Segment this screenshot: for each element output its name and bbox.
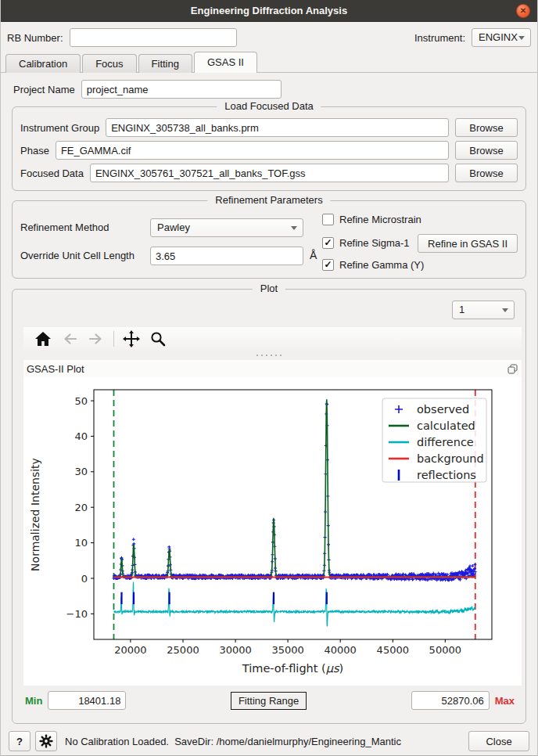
top-row: RB Number: Instrument: ENGINX	[7, 27, 531, 48]
home-icon	[35, 332, 51, 346]
focused-data-input[interactable]	[90, 164, 449, 182]
min-label: Min	[25, 695, 42, 707]
svg-text:45000: 45000	[377, 644, 409, 656]
rb-number-label: RB Number:	[7, 32, 63, 44]
refine-microstrain-checkbox[interactable]: Refine Microstrain	[322, 214, 421, 225]
status-text: No Calibration Loaded. SaveDir: /home/da…	[65, 736, 401, 747]
gsas-ii-tab-pane: Project Name Load Focused Data Instrumen…	[1, 72, 537, 728]
tab-fitting[interactable]: Fitting	[138, 54, 192, 73]
instrument-group-input[interactable]	[106, 118, 449, 137]
project-name-input[interactable]	[81, 80, 282, 99]
plot-group-title: Plot	[253, 283, 285, 294]
svg-text:Time-of-flight (μs): Time-of-flight (μs)	[242, 662, 343, 675]
focused-data-row: Focused Data Browse	[20, 164, 518, 182]
phase-input[interactable]	[56, 141, 449, 160]
load-focused-data-group: Load Focused Data Instrument Group Brows…	[12, 106, 526, 191]
rb-number-input[interactable]	[70, 28, 237, 47]
svg-text:35000: 35000	[271, 644, 303, 656]
load-focused-data-title: Load Focused Data	[217, 100, 321, 112]
engineering-diffraction-window: Engineering Diffraction Analysis ✕ RB Nu…	[0, 0, 538, 756]
back-arrow-icon	[62, 333, 77, 345]
close-window-button[interactable]: ✕	[516, 4, 530, 18]
instrument-label: Instrument:	[414, 32, 465, 44]
tabbar: Calibration Focus Fitting GSAS II	[5, 52, 259, 73]
svg-text:30000: 30000	[219, 644, 251, 656]
chart-svg: 20000250003000035000400004500050000−1001…	[23, 377, 522, 686]
close-button[interactable]: Close	[468, 731, 529, 751]
forward-button[interactable]	[83, 328, 109, 350]
tab-calibration[interactable]: Calibration	[5, 54, 81, 73]
window-title: Engineering Diffraction Analysis	[191, 5, 347, 16]
back-button[interactable]	[56, 328, 83, 350]
refinement-method-dropdown[interactable]: Pawley	[150, 218, 303, 237]
svg-text:10: 10	[74, 537, 88, 549]
unit-cell-length-label: Override Unit Cell Length	[20, 250, 134, 261]
popout-button[interactable]	[506, 362, 518, 375]
refine-gamma-label: Refine Gamma (Y)	[339, 259, 424, 271]
project-name-label: Project Name	[13, 84, 75, 95]
instrument-group-label: Instrument Group	[20, 122, 99, 134]
titlebar: Engineering Diffraction Analysis ✕	[1, 0, 537, 22]
svg-text:50000: 50000	[429, 644, 461, 656]
chevron-down-icon	[291, 226, 297, 230]
statusbar: ? No C	[1, 727, 537, 755]
help-button[interactable]: ?	[9, 731, 30, 751]
svg-text:30: 30	[74, 466, 88, 477]
refine-microstrain-label: Refine Microstrain	[339, 214, 421, 225]
instrument-dropdown[interactable]: ENGINX	[472, 28, 531, 47]
fitting-range-label: Fitting Range	[231, 692, 307, 710]
refine-sigma-1-label: Refine Sigma-1	[339, 237, 410, 249]
popout-icon	[508, 364, 518, 374]
svg-text:Normalized Intensity: Normalized Intensity	[29, 458, 41, 571]
magnifier-icon	[150, 331, 166, 347]
home-button[interactable]	[30, 328, 56, 350]
plot-index-dropdown[interactable]: 1	[452, 301, 515, 319]
pan-button[interactable]	[118, 328, 145, 350]
diffraction-plot[interactable]: 20000250003000035000400004500050000−1001…	[23, 377, 522, 686]
angstrom-unit-label: Å	[310, 249, 317, 261]
close-icon: ✕	[520, 6, 526, 15]
svg-text:reflections: reflections	[417, 469, 476, 481]
instrument-value: ENGINX	[479, 31, 518, 43]
plot-group: Plot 1	[12, 289, 526, 724]
splitter-handle[interactable]	[13, 355, 525, 356]
plot-index-value: 1	[459, 304, 464, 315]
refine-in-gsas-ii-button[interactable]: Refine in GSAS II	[418, 234, 518, 253]
refine-sigma-1-checkbox[interactable]: ✓ Refine Sigma-1	[322, 237, 410, 249]
chevron-down-icon	[518, 36, 525, 40]
toolbar-separator	[113, 331, 114, 347]
svg-text:background: background	[417, 452, 484, 465]
svg-text:0: 0	[81, 573, 88, 585]
svg-text:observed: observed	[417, 403, 469, 416]
checkbox-box[interactable]: ✓	[322, 237, 334, 249]
unit-cell-length-input[interactable]	[150, 247, 303, 265]
max-range-input[interactable]	[411, 691, 490, 710]
browse-phase-button[interactable]: Browse	[455, 141, 518, 160]
zoom-button[interactable]	[145, 328, 171, 350]
svg-text:40000: 40000	[325, 644, 357, 656]
max-label: Max	[495, 695, 515, 707]
refinement-method-value: Pawley	[157, 221, 190, 233]
checkbox-box[interactable]	[322, 214, 334, 225]
browse-focused-data-button[interactable]: Browse	[455, 164, 518, 182]
focused-data-label: Focused Data	[20, 167, 84, 179]
settings-button[interactable]	[35, 731, 57, 751]
tab-gsas-ii[interactable]: GSAS II	[194, 52, 257, 73]
svg-text:calculated: calculated	[417, 419, 475, 432]
forward-arrow-icon	[88, 333, 104, 345]
checkbox-box[interactable]: ✓	[322, 259, 334, 271]
plot-toolbar	[23, 327, 522, 351]
plot-canvas-title: GSAS-II Plot	[27, 363, 84, 375]
svg-text:20000: 20000	[114, 644, 146, 656]
svg-text:−10: −10	[66, 608, 88, 620]
browse-instrument-group-button[interactable]: Browse	[455, 118, 518, 137]
tab-focus[interactable]: Focus	[82, 54, 136, 73]
fitting-range-row: Min Fitting Range Max	[25, 690, 515, 711]
min-range-input[interactable]	[48, 691, 126, 710]
pan-icon	[123, 330, 140, 347]
svg-text:20: 20	[74, 502, 88, 513]
refine-gamma-checkbox[interactable]: ✓ Refine Gamma (Y)	[322, 259, 424, 271]
refinement-parameters-title: Refinement Parameters	[207, 194, 330, 206]
refinement-method-label: Refinement Method	[20, 221, 109, 233]
instrument-group-row: Instrument Group Browse	[20, 118, 518, 137]
